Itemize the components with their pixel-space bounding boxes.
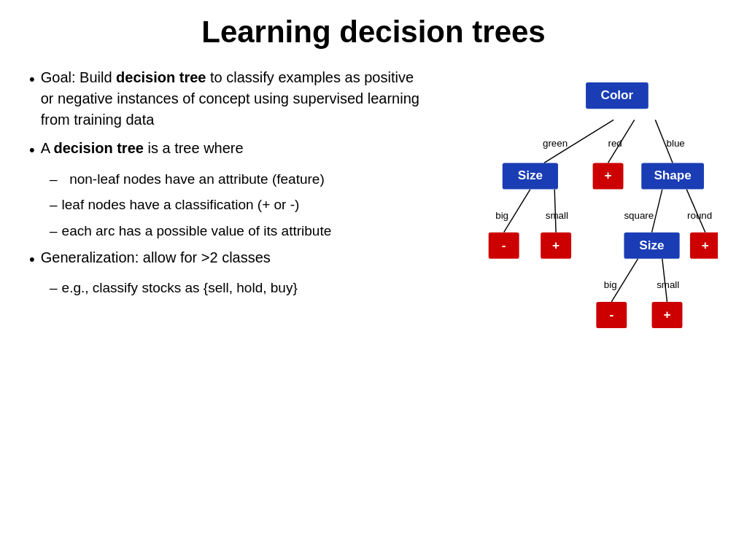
edge-label-small2: small (657, 279, 679, 290)
bullet-text-2: A decision tree is a tree where (41, 138, 244, 159)
edge-label-big2: big (604, 279, 617, 290)
edge-label-small1: small (546, 210, 568, 221)
dash-3: – (50, 221, 58, 241)
edge-label-round: round (687, 210, 712, 221)
sub-bullet-text-3: each arc has a possible value of its att… (62, 221, 332, 241)
bullet-dot-3: • (29, 248, 35, 271)
node-plus3-label: + (702, 238, 709, 252)
node-shape-label: Shape (654, 168, 691, 182)
edge-label-green: green (543, 138, 568, 149)
bullet-text-3: Generalization: allow for >2 classes (41, 247, 271, 268)
sub-bullet-3: – each arc has a possible value of its a… (50, 221, 426, 241)
node-size1-label: Size (518, 168, 543, 182)
bullet-3: • Generalization: allow for >2 classes (29, 247, 426, 271)
edge-label-red: red (608, 138, 622, 149)
bullet-2: • A decision tree is a tree where (29, 138, 426, 162)
node-minus1-label: - (502, 238, 506, 252)
node-size2-label: Size (639, 238, 664, 252)
bullet-dot-1: • (29, 68, 35, 91)
slide-title: Learning decision trees (29, 15, 718, 50)
sub-bullet-2: – leaf nodes have a classification (+ or… (50, 195, 426, 215)
decision-tree-diagram: green red blue big small square round (426, 60, 718, 369)
sub-bullet-1: – non-leaf nodes have an attribute (feat… (50, 169, 426, 190)
node-color-label: Color (601, 88, 634, 102)
sub-bullet-4: – e.g., classify stocks as {sell, hold, … (50, 278, 426, 298)
edge-label-square: square (624, 210, 654, 221)
bullet-1: • Goal: Build decision tree to classify … (29, 67, 426, 131)
tree-svg: green red blue big small square round (426, 60, 718, 366)
node-minus2-label: - (609, 307, 614, 322)
slide: Learning decision trees • Goal: Build de… (0, 0, 747, 560)
dash-2: – (50, 195, 58, 215)
dash-1: – (50, 169, 58, 190)
dash-4: – (50, 278, 58, 298)
node-plus4-label: + (663, 307, 670, 322)
edge-label-blue: blue (667, 138, 685, 149)
content-area: • Goal: Build decision tree to classify … (29, 67, 718, 369)
edge-label-big1: big (495, 210, 508, 221)
sub-bullet-text-2: leaf nodes have a classification (+ or -… (62, 195, 300, 215)
sub-bullet-text-1: non-leaf nodes have an attribute (featur… (62, 169, 325, 190)
bullet-dot-2: • (29, 139, 35, 162)
text-area: • Goal: Build decision tree to classify … (29, 67, 426, 304)
bullet-text-1: Goal: Build decision tree to classify ex… (41, 67, 426, 131)
node-plus1-label: + (605, 168, 612, 182)
node-plus2-label: + (552, 238, 560, 252)
sub-bullet-text-4: e.g., classify stocks as {sell, hold, bu… (62, 278, 298, 298)
